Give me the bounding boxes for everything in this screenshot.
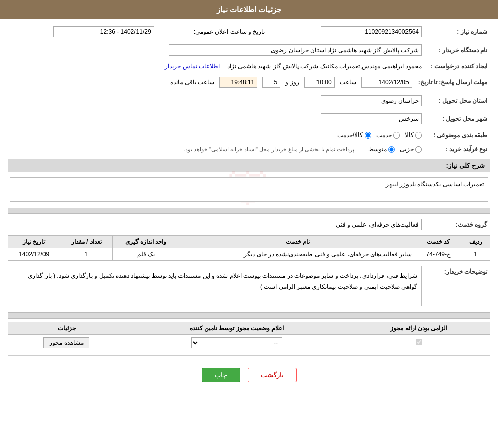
category-radio-kala[interactable] [415,132,422,139]
general-description-text: تعمیرات اساسی یکدستگاه بلدوزر لیبهر [386,181,484,188]
bottom-divider [8,355,490,356]
buyer-org-value: شرکت پالایش گاز شهید هاشمی نژاد استان خر… [8,42,425,58]
cell-date: 1402/12/09 [8,248,60,261]
buyer-notes-table: توضیحات خریدار: شرایط فنی، قراردادی، پرد… [8,264,490,308]
col-header-row: ردیف [461,236,490,248]
category-value: کالا خدمت کالا/خدمت [8,129,425,141]
purchase-type-jozii[interactable]: جزیی [400,146,422,153]
col-header-date: تاریخ نیاز [8,236,60,248]
view-license-button[interactable]: مشاهده مجوز [43,337,89,348]
cell-row: 1 [461,248,490,261]
category-label: طبقه بندی موضوعی : [425,129,490,141]
delivery-city-value: سرخس [8,111,425,126]
delivery-province-value: خراسان رضوی [8,93,425,108]
service-group-value: فعالیت‌های حرفه‌ای، علمی و فنی [8,217,425,232]
cell-unit: یک قلم [112,248,179,261]
page-title: جزئیات اطلاعات نیاز [217,5,281,14]
purchase-type-table: نوع فرآیند خرید : جزیی متوسط پرداخت تمام… [8,144,490,155]
announcement-label: تاریخ و ساعت اعلان عمومی: [157,24,276,39]
service-group-display: فعالیت‌های حرفه‌ای، علمی و فنی [179,219,422,230]
col-header-code: کد خدمت [416,236,461,248]
requester-display: محمود ابراهیمی مهندس تعمیرات مکانیک شرکت… [227,63,422,70]
announcement-datetime-value: 1402/11/29 - 12:36 [8,24,157,39]
delivery-province-table: استان محل تحویل : خراسان رضوی [8,93,490,108]
category-table: طبقه بندی موضوعی : کالا خدمت کالا/خدمت [8,129,490,141]
deadline-label: مهلت ارسال پاسخ: تا تاریخ: [415,75,490,90]
category-option-kala[interactable]: کالا [405,131,422,139]
purchase-type-radio-motavasset[interactable] [388,146,395,153]
deadline-table: مهلت ارسال پاسخ: تا تاریخ: 1402/12/05 سا… [8,75,490,90]
general-description-container: 🛡 AnatTender.net تعمیرات اساسی یکدستگاه … [8,175,490,204]
requester-table: ایجاد کننده درخواست : محمود ابراهیمی مهن… [8,61,490,72]
buyer-notes-text: شرایط فنی، قراردادی، پرداخت و سایر موضوع… [11,266,422,306]
license-mandatory-cell [348,335,490,351]
license-table: الزامی بودن ارائه مجوز اعلام وضعیت مجوز … [8,322,490,351]
license-details-cell: مشاهده مجوز [8,335,125,351]
delivery-province-label: استان محل تحویل : [425,93,490,108]
back-button[interactable]: بازگشت [248,368,297,382]
table-row: 1 ج-749-74 سایر فعالیت‌های حرفه‌ای، علمی… [8,248,490,261]
license-col-details: جزئیات [8,322,125,335]
buyer-org-display: شرکت پالایش گاز شهید هاشمی نژاد استان خر… [169,44,422,56]
days-display: 5 [262,77,280,88]
category-option-kala-khedmat[interactable]: کالا/خدمت [337,131,371,139]
general-description-section-title: شرح کلی نیاز: [8,159,490,172]
license-supplier-status-cell: -- [125,335,348,351]
delivery-city-label: شهر محل تحویل : [425,111,490,126]
cell-code: ج-749-74 [416,248,461,261]
category-option-khedmat[interactable]: خدمت [376,131,400,139]
page-wrapper: جزئیات اطلاعات نیاز شماره نیاز : 1102092… [0,0,498,448]
days-label: روز و [285,79,299,86]
deadline-value: 1402/12/05 ساعت 10:00 روز و 5 19:48:11 س… [8,75,415,90]
requester-value: محمود ابراهیمی مهندس تعمیرات مکانیک شرکت… [8,61,425,72]
buyer-org-table: نام دستگاه خریدار : شرکت پالایش گاز شهید… [8,42,490,58]
cell-name: سایر فعالیت‌های حرفه‌ای، علمی و فنی طبقه… [179,248,416,261]
cell-qty: 1 [60,248,112,261]
license-row: -- مشاهده مجوز [8,335,490,351]
deadline-time-display: 10:00 [304,77,335,88]
remaining-label: ساعت باقی مانده [170,79,215,86]
license-col-supplier-status: اعلام وضعیت مجوز توسط نامین کننده [125,322,348,335]
need-number-label: شماره نیاز : [425,24,490,39]
purchase-type-motavasset[interactable]: متوسط [368,146,395,153]
license-col-mandatory: الزامی بودن ارائه مجوز [348,322,490,335]
buyer-org-label: نام دستگاه خریدار : [425,42,490,58]
license-mandatory-checkbox [416,339,422,345]
col-header-qty: تعداد / مقدار [60,236,112,248]
license-supplier-status-select[interactable]: -- [191,337,282,348]
contact-link[interactable]: اطلاعات تماس خریدار [165,63,220,70]
top-info-table: شماره نیاز : 1102092134002564 تاریخ و سا… [8,24,490,39]
license-info-section-title [8,312,490,319]
need-number-value: 1102092134002564 [275,24,425,39]
page-header: جزئیات اطلاعات نیاز [0,0,498,19]
requester-label: ایجاد کننده درخواست : [425,61,490,72]
service-group-label: گروه خدمت: [425,217,490,232]
purchase-type-value: جزیی متوسط پرداخت تمام یا بخشی از مبلغ خ… [8,144,425,155]
main-content: شماره نیاز : 1102092134002564 تاریخ و سا… [0,19,498,395]
purchase-type-radio-group: جزیی متوسط پرداخت تمام یا بخشی از مبلغ خ… [11,146,422,153]
deadline-date-display: 1402/12/05 [361,77,412,88]
purchase-type-label: نوع فرآیند خرید : [425,144,490,155]
need-number-display: 1102092134002564 [321,26,422,37]
col-header-name: نام خدمت [179,236,416,248]
delivery-city-table: شهر محل تحویل : سرخس [8,111,490,126]
buyer-notes-value: شرایط فنی، قراردادی، پرداخت و سایر موضوع… [8,264,425,308]
service-group-table: گروه خدمت: فعالیت‌های حرفه‌ای، علمی و فن… [8,217,490,232]
delivery-province-display: خراسان رضوی [321,95,422,106]
col-header-unit: واحد اندازه گیری [112,236,179,248]
category-radio-group: کالا خدمت کالا/خدمت [11,131,422,139]
bottom-buttons: بازگشت چاپ [8,360,490,390]
category-radio-khedmat[interactable] [393,132,400,139]
buyer-notes-label: توضیحات خریدار: [425,264,490,308]
services-table: ردیف کد خدمت نام خدمت واحد اندازه گیری ت… [8,235,490,261]
general-description-value: تعمیرات اساسی یکدستگاه بلدوزر لیبهر [10,177,488,202]
announcement-datetime-display: 1402/11/29 - 12:36 [53,26,154,37]
purchase-type-note: پرداخت تمام یا بخشی از مبلغ خریدار محل "… [184,146,355,153]
print-button[interactable]: چاپ [202,368,240,382]
delivery-city-display: سرخس [321,113,422,124]
category-radio-kala-khedmat[interactable] [365,132,371,139]
service-info-section-title [8,208,490,214]
remaining-time-display: 19:48:11 [219,77,257,88]
purchase-type-radio-jozii[interactable] [415,146,422,153]
deadline-time-label: ساعت [340,79,356,86]
